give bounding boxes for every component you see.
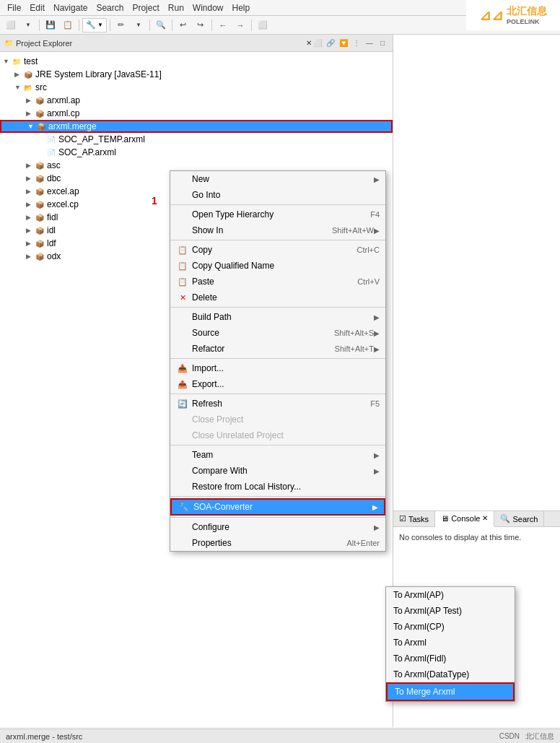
- bottom-tabs: ☑ Tasks 🖥 Console ✕ 🔍 Search: [393, 511, 560, 527]
- menu-help[interactable]: Help: [228, 1, 255, 14]
- ctx-export[interactable]: 📤 Export...: [170, 376, 385, 392]
- tree-item-test[interactable]: 📁 test: [0, 55, 393, 68]
- toolbar-back-btn[interactable]: ←: [215, 18, 231, 32]
- tree-arrow-fidl: [26, 214, 35, 221]
- ctx-show-in[interactable]: Show In Shift+Alt+W ▶: [170, 222, 385, 238]
- toolbar-misc-btn[interactable]: ⬜: [255, 18, 271, 32]
- ctx-import-label: Import...: [192, 363, 380, 373]
- toolbar-undo-btn[interactable]: ↩: [175, 18, 191, 32]
- sub-to-arxml-fidl[interactable]: To Arxml(Fidl): [386, 651, 515, 666]
- menu-project[interactable]: Project: [128, 1, 163, 14]
- ctx-build-path[interactable]: Build Path ▶: [170, 309, 385, 325]
- ctx-paste[interactable]: 📋 Paste Ctrl+V: [170, 274, 385, 290]
- toolbar-forward-btn[interactable]: →: [232, 18, 248, 32]
- tree-item-soc-ap[interactable]: 📄 SOC_AP.arxml: [0, 146, 393, 159]
- toolbar-redo-btn[interactable]: ↪: [193, 18, 209, 32]
- explorer-collapse-btn[interactable]: ⬜: [312, 38, 323, 49]
- ctx-cup-label: Close Unrelated Project: [192, 430, 380, 440]
- explorer-minimize-btn[interactable]: —: [364, 38, 375, 49]
- menu-file[interactable]: File: [3, 1, 25, 14]
- sub-to-merge-arxml[interactable]: To Merge Arxml: [386, 682, 515, 701]
- ctx-new-label: New: [192, 174, 374, 184]
- tree-arrow-asc: [26, 162, 35, 169]
- sub-to-arxml-datatype[interactable]: To Arxml(DataType): [386, 666, 515, 682]
- ctx-source-arrow: ▶: [374, 329, 380, 337]
- tab-console[interactable]: 🖥 Console ✕: [435, 511, 494, 527]
- tree-item-arxml-ap[interactable]: 📦 arxml.ap: [0, 94, 393, 107]
- explorer-close[interactable]: ✕: [306, 39, 312, 47]
- ctx-open-type-hierarchy[interactable]: Open Type Hierarchy F4: [170, 207, 385, 222]
- toolbar-saveas-btn[interactable]: 📋: [60, 18, 76, 32]
- toolbar-save-btn[interactable]: 💾: [43, 18, 58, 32]
- tree-item-arxml-cp[interactable]: 📦 arxml.cp: [0, 107, 393, 120]
- console-close-icon[interactable]: ✕: [482, 514, 488, 522]
- submenu: To Arxml(AP) To Arxml(AP Test) To Arxml(…: [385, 586, 515, 702]
- ctx-delete[interactable]: ✕ Delete: [170, 290, 385, 305]
- tree-arrow-idl: [26, 227, 35, 234]
- ctx-gointo[interactable]: Go Into: [170, 187, 385, 203]
- ctx-refactor[interactable]: Refactor Shift+Alt+T ▶: [170, 341, 385, 357]
- toolbar-search-btn[interactable]: 🔍: [153, 18, 169, 32]
- right-top-area: [393, 35, 560, 510]
- package-icon-arxml-ap: 📦: [35, 95, 45, 105]
- ctx-import[interactable]: 📥 Import...: [170, 360, 385, 376]
- tree-label-odx: odx: [47, 251, 61, 261]
- tree-arrow-src: [14, 84, 23, 91]
- tree-label-arxml-cp: arxml.cp: [47, 108, 79, 118]
- tree-item-soc-ap-temp[interactable]: 📄 SOC_AP_TEMP.arxml: [0, 133, 393, 146]
- ctx-team[interactable]: Team ▶: [170, 447, 385, 463]
- tree-arrow-arxml-cp: [26, 110, 35, 117]
- status-text: arxml.merge - test/src: [6, 732, 82, 741]
- tab-search[interactable]: 🔍 Search: [494, 511, 544, 527]
- sub-to-arxml-cp-label: To Arxml(CP): [393, 622, 445, 632]
- status-bar: arxml.merge - test/src CSDN 北汇信息: [0, 729, 560, 743]
- logo: ⊿⊿ 北汇信息 POLELINK: [466, 0, 560, 30]
- ctx-soa-converter[interactable]: 🔧 SOA-Converter ▶: [170, 498, 385, 516]
- sub-to-arxml-fidl-label: To Arxml(Fidl): [393, 653, 446, 664]
- menu-navigate[interactable]: Navigate: [49, 1, 92, 14]
- console-content: No consoles to display at this time.: [393, 527, 560, 547]
- menu-window[interactable]: Window: [188, 1, 228, 14]
- ctx-configure[interactable]: Configure ▶: [170, 519, 385, 535]
- ctx-copy[interactable]: 📋 Copy Ctrl+C: [170, 242, 385, 258]
- package-icon-fidl: 📦: [35, 212, 45, 222]
- toolbar-new-btn[interactable]: ⬜: [3, 18, 19, 32]
- ctx-compare-with[interactable]: Compare With ▶: [170, 463, 385, 479]
- toolbar-dropdown-btn[interactable]: ▼: [20, 18, 36, 32]
- ctx-copy-label: Copy: [192, 245, 351, 255]
- toolbar-edit-dropdown[interactable]: ▼: [131, 18, 146, 32]
- sub-to-arxml[interactable]: To Arxml: [386, 635, 515, 651]
- ctx-properties[interactable]: Properties Alt+Enter: [170, 535, 385, 551]
- ctx-soa-arrow: ▶: [372, 503, 378, 511]
- tree-item-src[interactable]: 📂 src: [0, 81, 393, 94]
- tab-tasks[interactable]: ☑ Tasks: [393, 511, 435, 527]
- explorer-maximize-btn[interactable]: □: [377, 38, 388, 49]
- ctx-copy-qualified-name[interactable]: 📋 Copy Qualified Name: [170, 258, 385, 274]
- ctx-refresh[interactable]: 🔄 Refresh F5: [170, 396, 385, 412]
- toolbar-edit-btn[interactable]: ✏: [113, 18, 129, 32]
- menu-edit[interactable]: Edit: [25, 1, 49, 14]
- explorer-more-btn[interactable]: ⋮: [351, 38, 362, 49]
- logo-english: POLELINK: [507, 18, 547, 25]
- menu-run[interactable]: Run: [164, 1, 188, 14]
- ctx-new[interactable]: New ▶: [170, 171, 385, 187]
- sub-to-arxml-cp[interactable]: To Arxml(CP): [386, 619, 515, 635]
- ctx-restore-history[interactable]: Restore from Local History...: [170, 479, 385, 495]
- console-text: No consoles to display at this time.: [399, 533, 521, 542]
- tree-item-jre[interactable]: 📦 JRE System Library [JavaSE-11]: [0, 68, 393, 81]
- ctx-source[interactable]: Source Shift+Alt+S ▶: [170, 325, 385, 341]
- toolbar-debug-dropdown[interactable]: 🔧▼: [82, 18, 107, 32]
- sub-to-arxml-ap[interactable]: To Arxml(AP): [386, 587, 515, 603]
- explorer-filter-btn[interactable]: 🔽: [338, 38, 349, 49]
- explorer-link-btn[interactable]: 🔗: [325, 38, 336, 49]
- sub-to-arxml-ap-test-label: To Arxml(AP Test): [393, 606, 462, 616]
- step-1-badge: 1: [152, 195, 157, 207]
- ctx-paste-icon: 📋: [176, 277, 189, 287]
- ctx-refresh-shortcut: F5: [370, 399, 380, 408]
- tree-item-arxml-merge[interactable]: 📦 arxml.merge: [0, 120, 393, 133]
- sub-to-arxml-ap-test[interactable]: To Arxml(AP Test): [386, 603, 515, 619]
- menu-search[interactable]: Search: [92, 1, 128, 14]
- ctx-cp-label: Close Project: [192, 414, 380, 425]
- menu-bar: File Edit Navigate Search Project Run Wi…: [0, 0, 560, 16]
- ctx-sep-8: [170, 517, 385, 518]
